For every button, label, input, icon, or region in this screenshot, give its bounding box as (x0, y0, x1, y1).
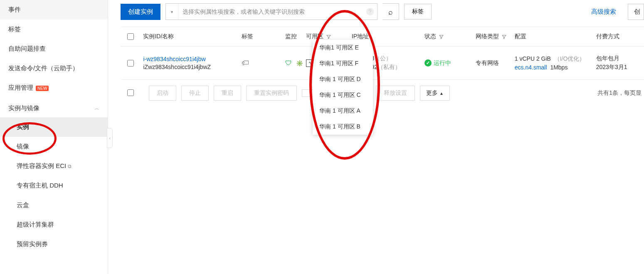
billing-expire: 2023年3月1 (596, 64, 644, 71)
tag-icon[interactable]: 🏷 (242, 59, 249, 67)
search-dropdown-trigger[interactable]: ▾ (166, 4, 178, 20)
status-cell: ✓ 运行中 (424, 59, 476, 67)
search-input[interactable] (178, 8, 366, 15)
config-spec: 1 vCPU 2 GiB （I/O优化） (515, 55, 596, 63)
zone-option[interactable]: 华南 1 可用区 B (313, 119, 373, 135)
table-row: i-wz9834shcoicc91i4jbw iZwz9834shcoicc91… (121, 47, 644, 80)
pagination-info: 共有1条，每页显 (597, 89, 644, 97)
bulk-stop-button[interactable]: 停止 (181, 86, 209, 101)
sidebar-item-images[interactable]: 镜像 (0, 137, 108, 156)
select-all-checkbox[interactable] (127, 33, 134, 40)
sidebar-item-cloudbox[interactable]: 云盒 (0, 195, 108, 215)
new-badge: NEW (36, 86, 49, 91)
col-id[interactable]: 实例ID/名称 (143, 33, 241, 40)
instance-id-link[interactable]: i-wz9834shcoicc91i4jbw (143, 56, 241, 62)
advanced-search-link[interactable]: 高级搜索 (591, 8, 616, 16)
filter-icon[interactable] (501, 34, 507, 39)
shield-icon[interactable]: 🛡 (285, 59, 292, 67)
col-net[interactable]: 网络类型 (476, 33, 515, 40)
tags-button[interactable]: 标签 (404, 4, 432, 20)
zone-option[interactable]: 华南1 可用区 E (313, 40, 373, 56)
col-tag[interactable]: 标签 (242, 33, 286, 40)
help-icon[interactable]: ? (366, 8, 374, 15)
search-icon: ⌕ (388, 8, 393, 17)
zone-option[interactable]: 华南 1 可用区 D (313, 72, 373, 87)
external-link-icon: ⧉ (68, 163, 72, 169)
bulk-restart-button[interactable]: 重启 (214, 86, 241, 101)
col-zone[interactable]: 可用区 (306, 33, 352, 40)
sidebar-section-instances-images[interactable]: 实例与镜像 ︿ (0, 98, 108, 117)
caret-up-icon: ▲ (439, 91, 444, 96)
sidebar-item-cloud-assistant[interactable]: 发送命令/文件（云助手） (0, 59, 108, 78)
search-box: ▾ ? (165, 3, 378, 20)
row-checkbox[interactable] (127, 60, 134, 67)
sidebar-item-eci[interactable]: 弹性容器实例 ECI⧉ (0, 156, 108, 176)
col-config[interactable]: 配置 (515, 33, 596, 40)
sidebar-item-reserved[interactable]: 预留实例券 (0, 235, 108, 254)
bulk-select-checkbox[interactable] (127, 89, 134, 96)
sidebar: 事件 标签 自助问题排查 发送命令/文件（云助手） 应用管理NEW 实例与镜像 … (0, 0, 108, 274)
col-ip[interactable]: IP地址 (352, 33, 424, 40)
config-type: ecs.n4.small 1Mbps (515, 64, 596, 71)
sidebar-item-events[interactable]: 事件 (0, 0, 108, 20)
create-button-right[interactable]: 创 (628, 4, 644, 20)
billing-method: 包年包月 (596, 55, 644, 62)
sidebar-collapse-toggle[interactable]: ‹ (107, 128, 113, 148)
bulk-start-button[interactable]: 启动 (149, 86, 176, 101)
sidebar-item-ddh[interactable]: 专有宿主机 DDH (0, 176, 108, 195)
chevron-up-icon: ︿ (94, 105, 99, 112)
zone-option[interactable]: 华南1 可用区 F (313, 56, 373, 72)
col-monitor[interactable]: 监控 (285, 33, 306, 40)
table-header: 实例ID/名称 标签 监控 可用区 IP地址 状态 网络类型 (121, 27, 644, 47)
sidebar-item-scc[interactable]: 超级计算集群 (0, 215, 108, 235)
bulk-actions: 启动 停止 重启 重置实例密码 包年包月 释放设置 更多▲ 共有1条，每页显 (121, 80, 644, 106)
instance-table: 实例ID/名称 标签 监控 可用区 IP地址 状态 网络类型 (121, 27, 644, 106)
status-text: 运行中 (434, 59, 451, 67)
instance-type-link[interactable]: ecs.n4.small (515, 64, 547, 71)
zone-option[interactable]: 华南 1 可用区 C (313, 87, 373, 103)
main-content: 创建实例 ▾ ? ⌕ 标签 高级搜索 创 实例ID/名称 标签 监控 可用区 I… (121, 0, 644, 106)
filter-icon[interactable] (439, 34, 444, 39)
filter-icon[interactable] (326, 34, 331, 39)
search-button[interactable]: ⌕ (382, 3, 399, 20)
check-icon: ✓ (424, 59, 432, 67)
bulk-release-button[interactable]: 释放设置 (376, 86, 415, 101)
sidebar-item-instances[interactable]: 实例 (0, 117, 108, 137)
sidebar-item-app-mgmt[interactable]: 应用管理NEW (0, 78, 108, 98)
network-type: 专有网络 (476, 59, 515, 67)
col-status[interactable]: 状态 (424, 33, 476, 40)
create-instance-button[interactable]: 创建实例 (121, 4, 160, 20)
bulk-more-button[interactable]: 更多▲ (420, 86, 450, 101)
zone-filter-dropdown: 华南1 可用区 E 华南1 可用区 F 华南 1 可用区 D 华南 1 可用区 … (313, 40, 373, 135)
bulk-resetpw-button[interactable]: 重置实例密码 (246, 86, 297, 101)
sidebar-item-tags[interactable]: 标签 (0, 20, 108, 39)
plugin-icon[interactable]: ✳️ (296, 60, 303, 67)
zone-option[interactable]: 华南 1 可用区 A (313, 103, 373, 119)
toolbar: 创建实例 ▾ ? ⌕ 标签 高级搜索 创 (121, 3, 644, 27)
sidebar-item-diagnosis[interactable]: 自助问题排查 (0, 39, 108, 59)
col-billing[interactable]: 付费方式 (596, 33, 644, 40)
instance-name: iZwz9834shcoicc91i4jbwZ (143, 64, 241, 70)
